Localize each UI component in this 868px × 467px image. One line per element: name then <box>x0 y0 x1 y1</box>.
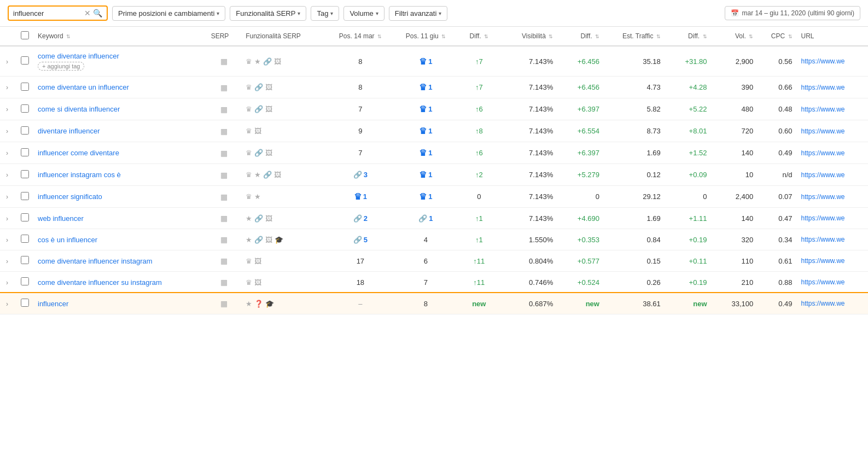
expand-icon[interactable]: › <box>6 127 10 135</box>
keyword-cell[interactable]: influencer significato <box>33 186 207 208</box>
expand-cell[interactable]: › <box>0 272 16 293</box>
expand-cell[interactable]: › <box>0 186 16 208</box>
select-all-checkbox[interactable] <box>21 31 29 39</box>
expand-icon[interactable]: › <box>6 84 10 91</box>
keyword-text[interactable]: cos è un influencer <box>38 236 202 244</box>
keyword-cell[interactable]: influencer instagram cos è <box>33 164 207 186</box>
row-checkbox[interactable] <box>21 126 29 135</box>
row-checkbox[interactable] <box>21 148 29 156</box>
check-cell[interactable] <box>16 164 33 186</box>
expand-icon[interactable]: › <box>6 215 10 223</box>
row-checkbox[interactable] <box>21 299 29 307</box>
expand-cell[interactable]: › <box>0 98 16 120</box>
expand-icon[interactable]: › <box>6 149 10 157</box>
keyword-text[interactable]: diventare influencer <box>38 127 202 135</box>
clear-icon[interactable]: ✕ <box>84 9 91 17</box>
url-cell[interactable]: https://www.we <box>797 120 868 142</box>
keyword-cell[interactable]: come diventare influencer instagram <box>33 250 207 272</box>
visibilita-col-header[interactable]: Visibilità ⇅ <box>500 27 557 46</box>
url-cell[interactable]: https://www.we <box>797 229 868 250</box>
row-checkbox[interactable] <box>21 56 29 65</box>
expand-icon[interactable]: › <box>6 300 10 308</box>
keyword-text[interactable]: come si diventa influencer <box>38 105 202 113</box>
expand-icon[interactable]: › <box>6 258 10 265</box>
url-cell[interactable]: https://www.we <box>797 272 868 293</box>
keyword-cell[interactable]: come diventare un influencer <box>33 77 207 98</box>
keyword-text[interactable]: influencer significato <box>38 192 202 201</box>
check-cell[interactable] <box>16 120 33 142</box>
keyword-text[interactable]: come diventare influencer <box>38 52 202 60</box>
row-checkbox[interactable] <box>21 104 29 113</box>
diff-col-header[interactable]: Diff. ⇅ <box>458 27 500 46</box>
prime-posizioni-filter[interactable]: Prime posizioni e cambiamenti ▾ <box>112 6 225 21</box>
cpc-col-header[interactable]: CPC ⇅ <box>758 27 796 46</box>
search-icon[interactable]: 🔍 <box>93 9 102 17</box>
row-checkbox[interactable] <box>21 83 29 91</box>
check-cell[interactable] <box>16 46 33 77</box>
expand-cell[interactable]: › <box>0 229 16 250</box>
keyword-cell[interactable]: come diventare influencer + aggiungi tag <box>33 46 207 77</box>
keyword-text[interactable]: influencer <box>38 300 202 308</box>
expand-cell[interactable]: › <box>0 250 16 272</box>
keyword-text[interactable]: come diventare un influencer <box>38 83 202 91</box>
expand-cell[interactable]: › <box>0 120 16 142</box>
expand-cell[interactable]: › <box>0 46 16 77</box>
row-checkbox[interactable] <box>21 256 29 264</box>
keyword-cell[interactable]: come si diventa influencer <box>33 98 207 120</box>
pos11giu-col-header[interactable]: Pos. 11 giu ⇅ <box>394 27 458 46</box>
expand-cell[interactable]: › <box>0 142 16 164</box>
row-checkbox[interactable] <box>21 235 29 243</box>
expand-icon[interactable]: › <box>6 171 10 179</box>
funzionalita-col-header[interactable]: Funzionalità SERP <box>241 27 327 46</box>
search-box[interactable]: ✕ 🔍 <box>8 5 108 21</box>
row-checkbox[interactable] <box>21 170 29 178</box>
vol-col-header[interactable]: Vol. ⇅ <box>712 27 758 46</box>
expand-cell[interactable]: › <box>0 293 16 314</box>
url-cell[interactable]: https://www.we <box>797 142 868 164</box>
expand-cell[interactable]: › <box>0 77 16 98</box>
diff3-col-header[interactable]: Diff. ⇅ <box>665 27 712 46</box>
url-cell[interactable]: https://www.we <box>797 77 868 98</box>
row-checkbox[interactable] <box>21 192 29 200</box>
diff2-col-header[interactable]: Diff. ⇅ <box>557 27 604 46</box>
keyword-text[interactable]: come diventare influencer instagram <box>38 257 202 265</box>
volume-filter[interactable]: Volume ▾ <box>343 6 384 21</box>
expand-icon[interactable]: › <box>6 236 10 244</box>
pos14mar-col-header[interactable]: Pos. 14 mar ⇅ <box>327 27 394 46</box>
keyword-col-header[interactable]: Keyword ⇅ <box>33 27 207 46</box>
keyword-cell[interactable]: cos è un influencer <box>33 229 207 250</box>
keyword-cell[interactable]: web influencer <box>33 208 207 229</box>
add-tag-button[interactable]: + aggiungi tag <box>38 62 84 71</box>
url-cell[interactable]: https://www.we <box>797 186 868 208</box>
keyword-cell[interactable]: influencer come diventare <box>33 142 207 164</box>
est-traffic-col-header[interactable]: Est. Traffic ⇅ <box>604 27 665 46</box>
expand-cell[interactable]: › <box>0 208 16 229</box>
keyword-cell[interactable]: diventare influencer <box>33 120 207 142</box>
check-cell[interactable] <box>16 250 33 272</box>
expand-icon[interactable]: › <box>6 58 10 66</box>
keyword-text[interactable]: web influencer <box>38 214 202 223</box>
expand-cell[interactable]: › <box>0 164 16 186</box>
url-cell[interactable]: https://www.we <box>797 208 868 229</box>
expand-icon[interactable]: › <box>6 279 10 287</box>
check-cell[interactable] <box>16 208 33 229</box>
filtri-avanzati-filter[interactable]: Filtri avanzati ▾ <box>389 6 448 21</box>
keyword-cell[interactable]: influencer <box>33 293 207 314</box>
row-checkbox[interactable] <box>21 213 29 221</box>
check-cell[interactable] <box>16 293 33 314</box>
keyword-text[interactable]: come diventare influencer su instagram <box>38 278 202 287</box>
url-cell[interactable]: https://www.we <box>797 164 868 186</box>
check-cell[interactable] <box>16 142 33 164</box>
check-cell[interactable] <box>16 229 33 250</box>
expand-icon[interactable]: › <box>6 193 10 201</box>
keyword-text[interactable]: influencer instagram cos è <box>38 171 202 179</box>
url-cell[interactable]: https://www.we <box>797 98 868 120</box>
tag-filter[interactable]: Tag ▾ <box>311 6 339 21</box>
keyword-text[interactable]: influencer come diventare <box>38 149 202 157</box>
url-cell[interactable]: https://www.we <box>797 293 868 314</box>
url-cell[interactable]: https://www.we <box>797 250 868 272</box>
check-cell[interactable] <box>16 98 33 120</box>
expand-icon[interactable]: › <box>6 106 10 113</box>
check-cell[interactable] <box>16 77 33 98</box>
check-cell[interactable] <box>16 272 33 293</box>
